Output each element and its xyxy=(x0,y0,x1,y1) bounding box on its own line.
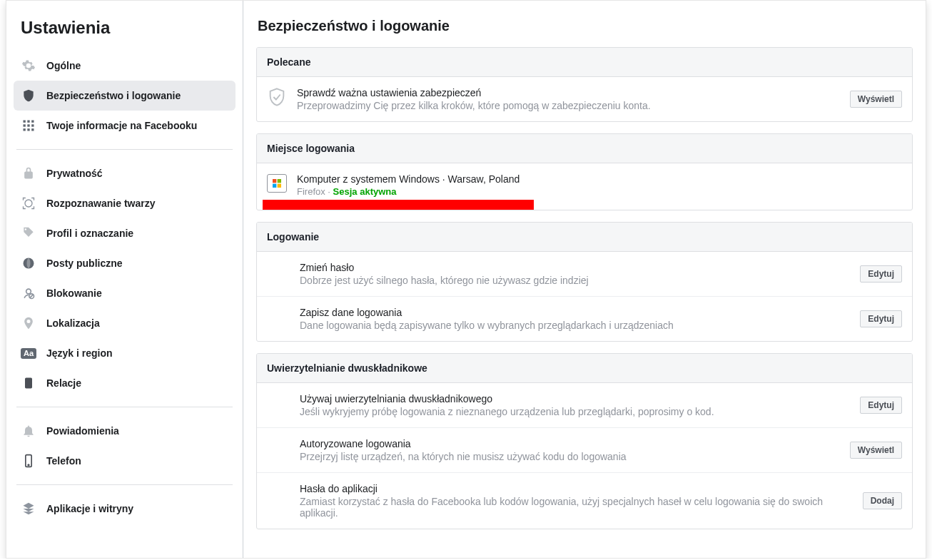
sidebar-item-general[interactable]: Ogólne xyxy=(14,51,235,81)
sidebar-item-notifications[interactable]: Powiadomienia xyxy=(14,416,235,446)
sidebar-item-stories[interactable]: Relacje xyxy=(14,368,235,398)
edit-button[interactable]: Edytuj xyxy=(860,310,902,327)
sidebar-item-face[interactable]: Rozpoznawanie twarzy xyxy=(14,188,235,218)
session-device: Komputer z systemem Windows · Warsaw, Po… xyxy=(297,173,902,185)
settings-page: Ustawienia Ogólne Bezpieczeństwo i logow… xyxy=(6,0,926,559)
bell-icon xyxy=(21,423,36,439)
sidebar-item-security[interactable]: Bezpieczeństwo i logowanie xyxy=(14,81,235,111)
redacted-bar xyxy=(263,200,534,210)
sidebar-item-label: Ogólne xyxy=(46,60,81,71)
sidebar-item-label: Twoje informacje na Facebooku xyxy=(46,120,197,131)
sidebar-item-label: Aplikacje i witryny xyxy=(46,503,133,514)
sidebar-item-label: Bezpieczeństwo i logowanie xyxy=(46,90,181,101)
row-title: Zmień hasło xyxy=(300,262,850,273)
row-desc: Przejrzyj listę urządzeń, na których nie… xyxy=(300,451,840,462)
edit-button[interactable]: Edytuj xyxy=(860,265,902,282)
authorized-logins-row[interactable]: Autoryzowane logowania Przejrzyj listę u… xyxy=(257,428,912,473)
language-icon: Aa xyxy=(21,345,36,361)
divider xyxy=(16,407,233,407)
svg-rect-19 xyxy=(278,184,281,188)
use-twofa-row[interactable]: Używaj uwierzytelniania dwuskładnikowego… xyxy=(257,383,912,428)
lock-icon xyxy=(21,166,36,181)
divider xyxy=(16,149,233,150)
row-desc: Dobrze jest użyć silnego hasła, którego … xyxy=(300,275,850,286)
sidebar-item-label: Powiadomienia xyxy=(46,425,119,437)
sidebar-item-label: Prywatność xyxy=(46,168,103,179)
tag-icon xyxy=(21,225,36,241)
face-icon xyxy=(21,195,36,211)
session-browser: Firefox xyxy=(297,186,325,197)
sidebar-item-apps[interactable]: Aplikacje i witryny xyxy=(14,494,235,524)
twofa-card: Uwierzytelnianie dwuskładnikowe Używaj u… xyxy=(256,353,913,529)
spacer xyxy=(267,438,290,458)
spacer xyxy=(267,262,290,282)
device-icon xyxy=(267,173,287,193)
story-icon xyxy=(21,375,36,391)
sidebar-item-label: Relacje xyxy=(46,377,81,389)
page-title: Bezpieczeństwo i logowanie xyxy=(256,12,913,47)
svg-rect-2 xyxy=(31,121,34,123)
sessions-card: Miejsce logowania Komputer z systemem Wi… xyxy=(256,133,913,210)
globe-icon xyxy=(21,255,36,271)
sidebar-item-your-info[interactable]: Twoje informacje na Facebooku xyxy=(14,111,235,141)
row-desc: Dane logowania będą zapisywane tylko w w… xyxy=(300,320,850,331)
svg-point-9 xyxy=(25,200,32,207)
sidebar-item-label: Blokowanie xyxy=(46,287,102,299)
view-button[interactable]: Wyświetl xyxy=(850,91,902,108)
security-checkup-row[interactable]: Sprawdź ważna ustawienia zabezpieczeń Pr… xyxy=(257,77,912,121)
sidebar-item-mobile[interactable]: Telefon xyxy=(14,446,235,476)
svg-rect-7 xyxy=(27,128,29,131)
svg-rect-3 xyxy=(24,124,26,126)
shield-check-icon xyxy=(267,87,287,107)
sidebar-item-privacy[interactable]: Prywatność xyxy=(14,158,235,188)
change-password-row[interactable]: Zmień hasło Dobrze jest użyć silnego has… xyxy=(257,252,912,297)
row-title: Sprawdź ważna ustawienia zabezpieczeń xyxy=(297,87,840,98)
sidebar-item-language[interactable]: Aa Język i region xyxy=(14,338,235,368)
add-button[interactable]: Dodaj xyxy=(863,492,902,509)
app-passwords-row[interactable]: Hasła do aplikacji Zamiast korzystać z h… xyxy=(257,473,912,529)
sidebar-item-tagging[interactable]: Profil i oznaczanie xyxy=(14,218,235,248)
row-title: Używaj uwierzytelniania dwuskładnikowego xyxy=(300,393,850,404)
row-title: Zapisz dane logowania xyxy=(300,307,850,318)
svg-rect-5 xyxy=(31,124,34,126)
block-icon xyxy=(21,285,36,301)
pin-icon xyxy=(21,315,36,331)
sidebar-item-label: Lokalizacja xyxy=(46,317,100,329)
sidebar-item-location[interactable]: Lokalizacja xyxy=(14,308,235,338)
card-header: Uwierzytelnianie dwuskładnikowe xyxy=(257,354,912,383)
sidebar-title: Ustawienia xyxy=(6,12,243,46)
svg-rect-18 xyxy=(273,184,276,188)
recommended-card: Polecane Sprawdź ważna ustawienia zabezp… xyxy=(256,47,913,122)
svg-rect-6 xyxy=(24,128,26,131)
sidebar-item-blocking[interactable]: Blokowanie xyxy=(14,278,235,308)
svg-rect-17 xyxy=(278,179,281,183)
card-header: Miejsce logowania xyxy=(257,134,912,163)
login-card: Logowanie Zmień hasło Dobrze jest użyć s… xyxy=(256,222,913,342)
phone-icon xyxy=(21,453,36,469)
row-desc: Zamiast korzystać z hasła do Facebooka l… xyxy=(300,496,853,519)
row-desc: Przeprowadzimy Cię przez kilka kroków, k… xyxy=(297,100,840,111)
card-header: Polecane xyxy=(257,48,912,77)
divider xyxy=(16,484,233,485)
card-header: Logowanie xyxy=(257,223,912,252)
sidebar-item-label: Profil i oznaczanie xyxy=(46,228,133,239)
sidebar: Ustawienia Ogólne Bezpieczeństwo i logow… xyxy=(6,1,243,558)
shield-icon xyxy=(21,88,36,103)
spacer xyxy=(267,483,290,503)
session-row[interactable]: Komputer z systemem Windows · Warsaw, Po… xyxy=(257,163,912,210)
spacer xyxy=(267,393,290,413)
sidebar-item-public[interactable]: Posty publiczne xyxy=(14,248,235,278)
sidebar-item-label: Rozpoznawanie twarzy xyxy=(46,198,155,209)
svg-rect-13 xyxy=(25,378,32,389)
sidebar-item-label: Posty publiczne xyxy=(46,258,123,269)
apps-icon xyxy=(21,501,36,516)
separator: · xyxy=(328,186,330,197)
main-content: Bezpieczeństwo i logowanie Polecane Spra… xyxy=(243,1,926,558)
svg-rect-8 xyxy=(31,128,34,131)
row-desc: Jeśli wykryjemy próbę logowania z niezna… xyxy=(300,406,850,417)
session-status: Sesja aktywna xyxy=(333,186,397,197)
view-button[interactable]: Wyświetl xyxy=(850,442,902,459)
save-login-row[interactable]: Zapisz dane logowania Dane logowania będ… xyxy=(257,297,912,341)
sidebar-item-label: Język i region xyxy=(46,347,113,359)
edit-button[interactable]: Edytuj xyxy=(860,397,902,414)
